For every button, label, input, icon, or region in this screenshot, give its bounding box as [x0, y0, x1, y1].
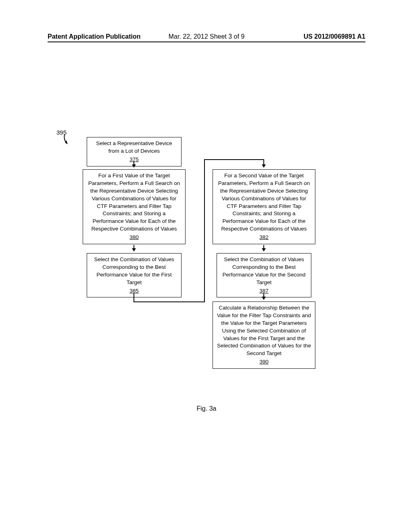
box-385-text: Select the Combination of Values Corresp…: [94, 256, 174, 285]
connector-up-right: [204, 159, 205, 302]
box-387: Select the Combination of Values Corresp…: [217, 253, 311, 297]
header-divider: [48, 42, 365, 42]
arrow-387-390: [263, 293, 264, 299]
header-center: Mar. 22, 2012 Sheet 3 of 9: [169, 33, 245, 40]
box-387-text: Select the Combination of Values Corresp…: [222, 256, 305, 285]
box-375-text: Select a Representative Device from a Lo…: [96, 140, 172, 154]
box-390-num: 390: [216, 358, 312, 366]
box-382-num: 382: [216, 234, 312, 241]
arrow-375-380: [133, 161, 134, 167]
box-390: Calculate a Relationship Between the Val…: [213, 301, 315, 369]
header-right: US 2012/0069891 A1: [304, 33, 365, 40]
header-left: Patent Application Publication: [48, 33, 141, 40]
connector-385-down: [133, 293, 134, 301]
box-385: Select the Combination of Values Corresp…: [87, 253, 181, 297]
connector-horizontal: [133, 301, 204, 302]
box-382: For a Second Value of the Target Paramet…: [213, 169, 315, 244]
box-382-text: For a Second Value of the Target Paramet…: [218, 172, 310, 232]
connector-top-right: [204, 159, 264, 160]
arrow-382-387: [263, 245, 264, 251]
box-390-text: Calculate a Relationship Between the Val…: [217, 305, 311, 356]
figure-label: Fig. 3a: [0, 405, 413, 412]
arrow-into-382: [263, 159, 264, 167]
box-380: For a First Value of the Target Paramete…: [83, 169, 186, 244]
arrow-380-385: [133, 245, 134, 251]
box-380-text: For a First Value of the Target Paramete…: [88, 172, 180, 232]
flow-reference-arrow: [63, 134, 75, 148]
box-380-num: 380: [86, 234, 182, 241]
